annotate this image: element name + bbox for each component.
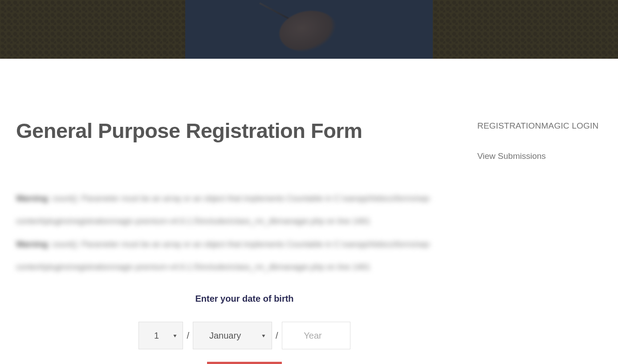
month-select-wrap: January <box>193 322 272 349</box>
day-select[interactable]: 1 <box>138 322 183 349</box>
warning-line: Warning: count(): Parameter must be an a… <box>16 187 473 233</box>
year-input[interactable] <box>282 322 350 349</box>
warning-line: Warning: count(): Parameter must be an a… <box>16 233 473 279</box>
continue-button[interactable]: CONTINUE <box>207 362 282 364</box>
php-warnings: Warning: count(): Parameter must be an a… <box>16 187 473 279</box>
warning-prefix: Warning <box>16 194 48 203</box>
view-submissions-link[interactable]: View Submissions <box>477 151 546 161</box>
page-title: General Purpose Registration Form <box>16 119 473 143</box>
dob-section: Enter your date of birth 1 / January / C <box>16 294 473 364</box>
separator: / <box>186 331 190 341</box>
warning-message: : count(): Parameter must be an array or… <box>16 240 431 271</box>
warning-prefix: Warning <box>16 240 48 249</box>
sidebar-heading: REGISTRATIONMAGIC LOGIN <box>477 121 602 131</box>
hero-overlay <box>0 0 618 59</box>
dob-inputs: 1 / January / <box>138 322 350 349</box>
month-select[interactable]: January <box>193 322 272 349</box>
main-column: General Purpose Registration Form Warnin… <box>16 59 473 364</box>
warning-message: : count(): Parameter must be an array or… <box>16 194 431 226</box>
sidebar: REGISTRATIONMAGIC LOGIN View Submissions <box>473 59 602 161</box>
separator: / <box>275 331 279 341</box>
dob-label: Enter your date of birth <box>16 294 473 304</box>
day-select-wrap: 1 <box>138 322 183 349</box>
hero-banner <box>0 0 618 59</box>
